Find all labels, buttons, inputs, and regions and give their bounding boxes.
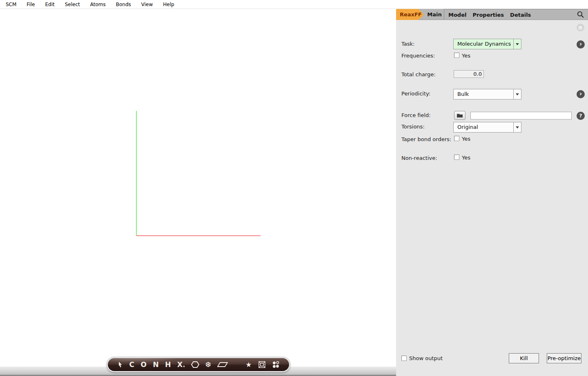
frequencies-label: Frequencies: (401, 53, 435, 59)
molecules-library-tool-icon[interactable] (269, 358, 283, 371)
show-output-checkbox[interactable] (401, 356, 407, 361)
application-window: SCM File Edit Select Atoms Bonds View He… (0, 0, 588, 376)
total-charge-input[interactable] (454, 70, 484, 78)
task-dropdown-arrow-icon[interactable] (513, 39, 521, 49)
menu-scm[interactable]: SCM (3, 1, 19, 8)
atom-oxygen-label: O (140, 361, 147, 369)
y-axis-line (136, 111, 137, 236)
tab-properties[interactable]: Properties (472, 12, 504, 18)
kill-button[interactable]: Kill (509, 353, 539, 363)
atom-oxygen-button[interactable]: O (138, 358, 150, 371)
element-dropdown-caret-icon: ▾ (183, 365, 185, 368)
crystal-structure-tool-icon[interactable]: ❆ (202, 358, 214, 371)
unit-cell-tool-icon[interactable] (255, 358, 269, 371)
force-field-label: Force field: (401, 112, 431, 118)
torsions-dropdown-arrow-icon[interactable] (513, 122, 521, 132)
menu-file[interactable]: File (24, 1, 37, 8)
task-detail-chevron-button[interactable]: › (577, 40, 585, 49)
build-toolbar: C O N H X ▾ ❆ (107, 357, 290, 372)
menu-edit[interactable]: Edit (42, 1, 57, 8)
menu-view[interactable]: View (139, 1, 155, 8)
task-dropdown[interactable]: Molecular Dynamics (453, 39, 521, 49)
atom-x-label: X (177, 361, 183, 369)
periodicity-detail-chevron-button[interactable]: › (577, 90, 585, 98)
torsions-dropdown-value: Original (454, 122, 513, 132)
total-charge-label: Total charge: (401, 71, 436, 77)
slab-plane-tool-icon[interactable] (214, 358, 231, 371)
atom-nitrogen-label: N (153, 361, 159, 369)
x-axis-line (136, 235, 261, 236)
atom-x-element-button[interactable]: X ▾ (174, 358, 188, 371)
torsions-label: Torsions: (401, 124, 425, 130)
taper-bond-orders-checkbox-label[interactable]: Yes (462, 136, 470, 142)
periodicity-label: Periodicity: (401, 91, 430, 97)
menu-select[interactable]: Select (62, 1, 82, 8)
menu-atoms[interactable]: Atoms (88, 1, 108, 8)
non-reactive-checkbox[interactable] (454, 155, 459, 160)
atom-hydrogen-button[interactable]: H (162, 358, 174, 371)
secondary-tab-group: Model Properties Details (444, 9, 588, 20)
atom-hydrogen-label: H (165, 361, 171, 369)
pointer-tool-icon[interactable] (114, 358, 126, 371)
show-output-label[interactable]: Show output (409, 355, 443, 361)
search-icon[interactable] (577, 11, 585, 19)
periodicity-dropdown-value: Bulk (454, 89, 513, 99)
taper-bond-orders-label: Taper bond orders: (401, 136, 451, 142)
panel-menu-icon[interactable]: ≡ (577, 24, 584, 31)
torsions-dropdown[interactable]: Original (453, 122, 521, 133)
force-field-path-input[interactable] (470, 112, 572, 119)
atom-nitrogen-button[interactable]: N (150, 358, 162, 371)
frequencies-checkbox-label[interactable]: Yes (462, 53, 470, 59)
tab-details[interactable]: Details (510, 12, 531, 18)
non-reactive-checkbox-label[interactable]: Yes (462, 155, 470, 161)
build-toolbar-surface: C O N H X ▾ ❆ (108, 358, 289, 371)
force-field-browse-button[interactable] (454, 111, 466, 120)
tab-model[interactable]: Model (448, 12, 466, 18)
non-reactive-label: Non-reactive: (401, 155, 437, 161)
atom-carbon-label: C (129, 361, 135, 369)
menu-bar: SCM File Edit Select Atoms Bonds View He… (0, 0, 588, 9)
menu-bonds[interactable]: Bonds (114, 1, 134, 8)
force-field-help-button[interactable]: ? (577, 112, 585, 120)
menu-help[interactable]: Help (160, 1, 176, 8)
settings-panel: ReaxFF Main Model Properties Details ≡ T… (396, 9, 588, 376)
panel-tab-bar: ReaxFF Main Model Properties Details (396, 9, 588, 20)
preoptimize-button[interactable]: Pre-optimize (547, 353, 581, 363)
tab-main[interactable]: Main (425, 9, 444, 20)
reaxff-module-badge[interactable]: ReaxFF (396, 9, 424, 20)
frequencies-checkbox[interactable] (454, 53, 459, 58)
periodicity-dropdown-arrow-icon[interactable] (513, 89, 521, 99)
taper-bond-orders-checkbox[interactable] (454, 136, 459, 141)
ring-structure-tool-icon[interactable] (188, 358, 202, 371)
atom-carbon-button[interactable]: C (126, 358, 138, 371)
folder-icon (457, 113, 463, 118)
favorites-star-tool-icon[interactable]: ★ (243, 358, 255, 371)
molecule-canvas[interactable]: C O N H X ▾ ❆ (0, 9, 396, 376)
task-label: Task: (401, 41, 414, 47)
task-dropdown-value: Molecular Dynamics (454, 39, 513, 49)
periodicity-dropdown[interactable]: Bulk (453, 89, 521, 100)
